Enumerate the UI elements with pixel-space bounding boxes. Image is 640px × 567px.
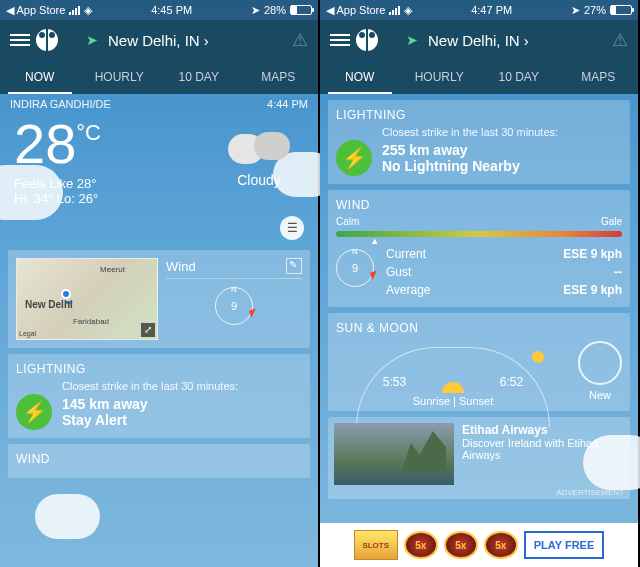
tab-bar: NOW HOURLY 10 DAY MAPS bbox=[0, 60, 318, 94]
signal-icon bbox=[69, 6, 80, 15]
moon-phase-icon bbox=[578, 341, 622, 385]
condition-icon bbox=[228, 124, 290, 164]
lightning-icon: ⚡ bbox=[16, 394, 52, 430]
tab-10day[interactable]: 10 DAY bbox=[159, 60, 239, 94]
status-time: 4:47 PM bbox=[471, 4, 512, 16]
location-selector[interactable]: New Delhi, IN › bbox=[108, 32, 292, 49]
battery-pct: 28% bbox=[264, 4, 286, 16]
map-pin-icon bbox=[61, 289, 71, 299]
location-arrow-icon: ➤ bbox=[86, 32, 98, 48]
wifi-icon: ◈ bbox=[404, 4, 412, 17]
location-icon: ➤ bbox=[251, 4, 260, 17]
app-bar: ➤ New Delhi, IN › ⚠ bbox=[0, 20, 318, 60]
current-weather: 28°C Feels Like 28° Hi: 34° Lo: 26° Clou… bbox=[8, 114, 310, 212]
app-logo-icon[interactable] bbox=[36, 29, 58, 51]
lightning-icon: ⚡ bbox=[336, 140, 372, 176]
app-logo-icon[interactable] bbox=[356, 29, 378, 51]
tab-now[interactable]: NOW bbox=[0, 60, 80, 94]
sun-position-icon bbox=[532, 351, 544, 363]
wind-label: Wind bbox=[166, 259, 196, 274]
ad-image bbox=[334, 423, 454, 485]
updated-time: 4:44 PM bbox=[267, 98, 308, 110]
back-appstore[interactable]: ◀ App Store bbox=[6, 4, 65, 17]
status-time: 4:45 PM bbox=[151, 4, 192, 16]
tab-bar: NOW HOURLY 10 DAY MAPS bbox=[320, 60, 638, 94]
menu-icon[interactable] bbox=[10, 34, 30, 46]
sun-moon-card[interactable]: SUN & MOON 5:536:52 Sunrise | Sunset New bbox=[328, 313, 630, 411]
ad-card[interactable]: Etihad Airways Discover Ireland with Eti… bbox=[328, 417, 630, 499]
wind-table: CurrentESE 9 kph Gust-- AverageESE 9 kph bbox=[386, 245, 622, 299]
tab-hourly[interactable]: HOURLY bbox=[400, 60, 480, 94]
tab-now[interactable]: NOW bbox=[320, 60, 400, 94]
temperature: 28°C bbox=[14, 116, 214, 172]
phone-right: ◀ App Store ◈ 4:47 PM ➤ 27% ➤ New Delhi,… bbox=[320, 0, 640, 567]
wifi-icon: ◈ bbox=[84, 4, 92, 17]
battery-pct: 27% bbox=[584, 4, 606, 16]
hi-lo: Hi: 34° Lo: 26° bbox=[14, 191, 214, 206]
alert-icon[interactable]: ⚠ bbox=[292, 29, 308, 51]
status-bar: ◀ App Store ◈ 4:47 PM ➤ 27% bbox=[320, 0, 638, 20]
banner-ad[interactable]: SLOTS 5x 5x 5x PLAY FREE bbox=[320, 523, 638, 567]
lightning-card[interactable]: LIGHTNING ⚡ Closest strike in the last 3… bbox=[328, 100, 630, 184]
back-appstore[interactable]: ◀ App Store bbox=[326, 4, 385, 17]
feels-like: Feels Like 28° bbox=[14, 176, 214, 191]
location-selector[interactable]: New Delhi, IN › bbox=[428, 32, 612, 49]
slot-chip-icon: 5x bbox=[444, 531, 478, 559]
menu-icon[interactable] bbox=[330, 34, 350, 46]
edit-icon[interactable] bbox=[286, 258, 302, 274]
content-scroll[interactable]: LIGHTNING ⚡ Closest strike in the last 3… bbox=[320, 94, 638, 567]
map-thumbnail[interactable]: Meerut New Delhi Faridabad Legal ⤢ bbox=[16, 258, 158, 340]
content-scroll[interactable]: INDIRA GANDHI/DE 4:44 PM 28°C Feels Like… bbox=[0, 94, 318, 567]
ad-logo: SLOTS bbox=[354, 530, 398, 560]
expand-icon[interactable]: ⤢ bbox=[141, 323, 155, 337]
app-bar: ➤ New Delhi, IN › ⚠ bbox=[320, 20, 638, 60]
lightning-card[interactable]: LIGHTNING ⚡ Closest strike in the last 3… bbox=[8, 354, 310, 438]
map-wind-card[interactable]: Meerut New Delhi Faridabad Legal ⤢ Wind … bbox=[8, 250, 310, 348]
tab-maps[interactable]: MAPS bbox=[559, 60, 639, 94]
alert-icon[interactable]: ⚠ bbox=[612, 29, 628, 51]
location-icon: ➤ bbox=[571, 4, 580, 17]
sun-arc: 5:536:52 Sunrise | Sunset bbox=[336, 339, 570, 403]
phone-left: ◀ App Store ◈ 4:45 PM ➤ 28% ➤ New Delhi,… bbox=[0, 0, 320, 567]
tab-maps[interactable]: MAPS bbox=[239, 60, 319, 94]
location-arrow-icon: ➤ bbox=[406, 32, 418, 48]
wind-card[interactable]: WIND CalmGale 9 CurrentESE 9 kph Gust-- … bbox=[328, 190, 630, 307]
wind-card-peek[interactable]: WIND bbox=[8, 444, 310, 478]
play-free-button[interactable]: PLAY FREE bbox=[524, 531, 605, 559]
wind-gauge bbox=[336, 231, 622, 237]
slot-chip-icon: 5x bbox=[484, 531, 518, 559]
condition-text: Cloudy bbox=[214, 172, 304, 188]
tab-hourly[interactable]: HOURLY bbox=[80, 60, 160, 94]
battery-icon bbox=[610, 5, 632, 15]
battery-icon bbox=[290, 5, 312, 15]
signal-icon bbox=[389, 6, 400, 15]
status-bar: ◀ App Store ◈ 4:45 PM ➤ 28% bbox=[0, 0, 318, 20]
tab-10day[interactable]: 10 DAY bbox=[479, 60, 559, 94]
slot-chip-icon: 5x bbox=[404, 531, 438, 559]
wind-compass: 9 bbox=[215, 287, 253, 325]
wind-compass: 9 bbox=[336, 249, 374, 287]
station-name: INDIRA GANDHI/DE bbox=[10, 98, 111, 110]
card-title: LIGHTNING bbox=[16, 362, 302, 376]
info-icon[interactable]: ☰ bbox=[280, 216, 304, 240]
